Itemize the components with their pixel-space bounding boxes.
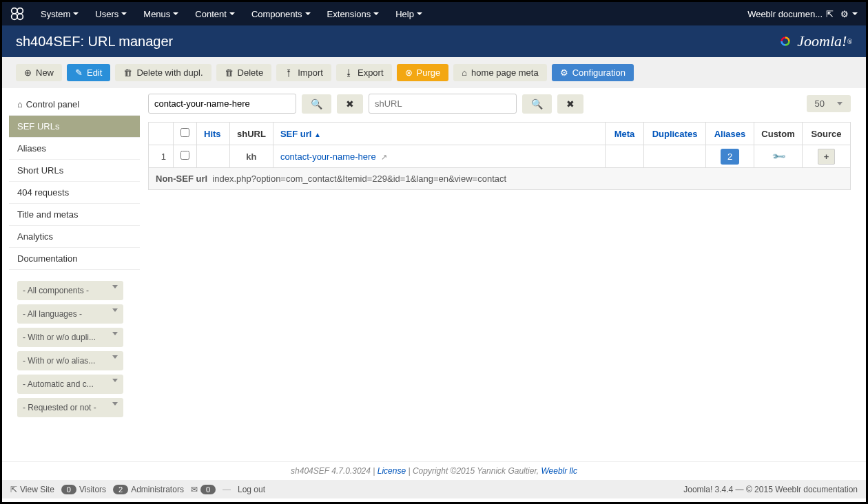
row-hits: [197, 145, 230, 168]
import-button[interactable]: ⭱Import: [276, 64, 331, 81]
filter-duplicates[interactable]: - With or w/o dupli...: [17, 328, 123, 347]
select-all-checkbox[interactable]: [180, 128, 189, 137]
search-shurl-button[interactable]: 🔍: [522, 94, 552, 114]
row-sefurl-link[interactable]: contact-your-name-here: [280, 151, 376, 162]
toolbar: ⊕New ✎Edit 🗑Delete with dupl. 🗑Delete ⭱I…: [2, 57, 866, 88]
caret-down-icon: [73, 12, 79, 15]
sidebar-item-documentation[interactable]: Documentation: [9, 248, 140, 270]
sidebar-item-title-metas[interactable]: Title and metas: [9, 204, 140, 226]
admins-count[interactable]: 2Administrators: [113, 485, 184, 494]
svg-point-1: [17, 8, 23, 14]
col-sefurl[interactable]: SEF url ▲: [273, 123, 605, 145]
menu-menus[interactable]: Menus: [135, 3, 187, 25]
row-checkbox[interactable]: [180, 151, 189, 160]
page-title: sh404SEF: URL manager: [16, 34, 173, 50]
delete-dupl-button[interactable]: 🗑Delete with dupl.: [115, 64, 211, 81]
menu-extensions[interactable]: Extensions: [319, 3, 388, 25]
edit-button[interactable]: ✎Edit: [67, 64, 110, 81]
export-button[interactable]: ⭳Export: [336, 64, 392, 81]
mail-icon: ✉: [191, 485, 198, 494]
configuration-button[interactable]: ⚙Configuration: [552, 64, 634, 81]
delete-button[interactable]: 🗑Delete: [216, 64, 272, 81]
purge-button[interactable]: ⊗Purge: [397, 64, 449, 81]
close-icon: ✖: [346, 98, 354, 109]
caret-down-icon: [417, 12, 422, 15]
page-size-select[interactable]: 50: [807, 95, 851, 112]
external-link-icon: ⇱: [10, 485, 17, 494]
caret-down-icon: [837, 102, 843, 105]
col-hits[interactable]: Hits: [197, 123, 230, 145]
new-button[interactable]: ⊕New: [16, 64, 62, 81]
row-number: 1: [149, 145, 174, 168]
caret-down-icon: [112, 402, 118, 406]
col-custom: Custom: [754, 123, 803, 145]
menu-users[interactable]: Users: [87, 3, 135, 25]
search-sef-input[interactable]: [148, 94, 296, 114]
caret-down-icon: [305, 12, 311, 15]
clear-sef-button[interactable]: ✖: [337, 94, 363, 114]
home-icon: ⌂: [462, 67, 467, 78]
col-duplicates[interactable]: Duplicates: [644, 123, 706, 145]
aliases-badge[interactable]: 2: [721, 149, 739, 165]
sort-asc-icon: ▲: [314, 131, 321, 138]
settings-dropdown[interactable]: ⚙: [840, 9, 858, 19]
col-meta[interactable]: Meta: [606, 123, 644, 145]
caret-down-icon: [121, 12, 127, 15]
joomla-logo-icon: [776, 32, 794, 50]
view-site-link[interactable]: ⇱View Site: [10, 485, 54, 494]
filter-automatic[interactable]: - Automatic and c...: [17, 375, 123, 394]
sidebar-item-analytics[interactable]: Analytics: [9, 226, 140, 248]
gear-icon: ⚙: [560, 67, 568, 78]
search-shurl-input[interactable]: [369, 94, 517, 114]
sidebar: ⌂Control panel SEF URLs Aliases Short UR…: [9, 88, 140, 454]
admin-topnav: System Users Menus Content Components Ex…: [2, 2, 866, 25]
row-meta: [606, 145, 644, 168]
filter-components[interactable]: - All components -: [17, 281, 123, 300]
wrench-icon[interactable]: 🔧: [771, 149, 786, 164]
col-source: Source: [803, 123, 851, 145]
weeblr-link[interactable]: Weeblr llc: [541, 466, 577, 476]
menu-system[interactable]: System: [32, 3, 87, 25]
filter-languages[interactable]: - All languages -: [17, 304, 123, 324]
pencil-icon: ✎: [75, 67, 83, 78]
menu-content[interactable]: Content: [187, 3, 243, 25]
svg-point-2: [12, 14, 17, 19]
frontend-link[interactable]: Weeblr documen...⇱: [747, 9, 834, 19]
status-footer-text: Joomla! 3.4.4 — © 2015 Weeblr documentat…: [683, 485, 858, 494]
sidebar-item-404[interactable]: 404 requests: [9, 182, 140, 204]
sidebar-item-short-urls[interactable]: Short URLs: [9, 160, 140, 182]
sidebar-item-aliases[interactable]: Aliases: [9, 138, 140, 160]
sidebar-item-control-panel[interactable]: ⌂Control panel: [9, 94, 140, 116]
table-row: 1 kh contact-your-name-here ↗ 2 🔧 +: [149, 145, 851, 168]
external-link-icon: ⇱: [826, 9, 834, 19]
caret-down-icon: [373, 12, 379, 15]
svg-point-0: [12, 8, 17, 14]
filter-aliases[interactable]: - With or w/o alias...: [17, 351, 123, 370]
menu-help[interactable]: Help: [387, 3, 431, 25]
clear-shurl-button[interactable]: ✖: [557, 94, 583, 114]
caret-down-icon: [112, 355, 118, 359]
external-link-icon[interactable]: ↗: [381, 153, 387, 161]
sidebar-item-sef-urls[interactable]: SEF URLs: [9, 116, 140, 138]
row-shurl: kh: [230, 145, 273, 168]
col-aliases[interactable]: Aliases: [706, 123, 754, 145]
filter-requested[interactable]: - Requested or not -: [17, 398, 123, 417]
search-icon: 🔍: [531, 98, 543, 109]
joomla-icon: [10, 7, 24, 21]
caret-down-icon: [112, 332, 118, 335]
content-area: 🔍 ✖ 🔍 ✖ 50 Hits shURL SEF url ▲ Meta Dup…: [140, 88, 859, 454]
source-add-button[interactable]: +: [818, 149, 836, 165]
close-icon: ✖: [566, 98, 575, 109]
messages-count[interactable]: ✉0: [191, 485, 216, 494]
page-header: sh404SEF: URL manager Joomla!®: [2, 25, 866, 57]
license-link[interactable]: License: [378, 466, 406, 476]
menu-components[interactable]: Components: [243, 3, 319, 25]
logout-link[interactable]: Log out: [238, 485, 265, 494]
col-shurl: shURL: [230, 123, 273, 145]
search-sef-button[interactable]: 🔍: [302, 94, 331, 114]
urls-table: Hits shURL SEF url ▲ Meta Duplicates Ali…: [148, 122, 851, 190]
status-bar: ⇱View Site 0Visitors 2Administrators ✉0 …: [2, 480, 866, 498]
home-meta-button[interactable]: ⌂home page meta: [453, 64, 546, 81]
visitors-count[interactable]: 0Visitors: [61, 485, 106, 494]
caret-down-icon: [112, 379, 118, 382]
